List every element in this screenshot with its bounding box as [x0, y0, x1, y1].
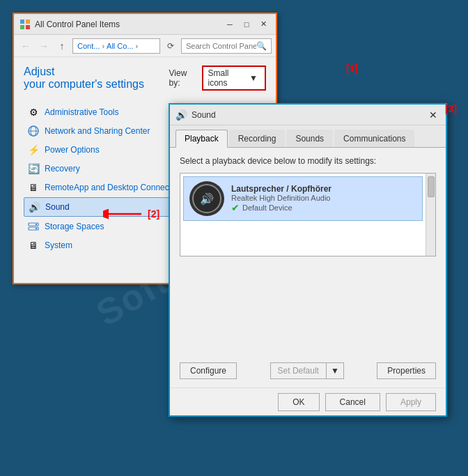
scrollbar-thumb[interactable] — [428, 176, 435, 197]
sound-dialog-icon: 🔊 — [176, 109, 187, 121]
refresh-button[interactable]: ⟳ — [163, 38, 178, 54]
power-icon: ⚡ — [26, 143, 40, 157]
system-icon: 🖥 — [26, 238, 40, 252]
device-item-speakers[interactable]: 🔊 Lautsprecher / Kopfhörer Realtek High … — [183, 176, 423, 221]
ok-button[interactable]: OK — [278, 393, 319, 411]
dialog-close-button[interactable]: ✕ — [426, 109, 440, 121]
nav-bar: ← → ↑ Cont... › All Co... › ⟳ 🔍 — [14, 35, 276, 57]
storage-label: Storage Spaces — [45, 222, 104, 231]
dialog-title: Sound — [192, 110, 426, 120]
device-list[interactable]: 🔊 Lautsprecher / Kopfhörer Realtek High … — [180, 173, 436, 256]
heading-computer: computer's — [49, 78, 103, 90]
address-part1[interactable]: Cont... — [77, 42, 100, 50]
svg-rect-0 — [20, 20, 24, 24]
admin-tools-label: Administrative Tools — [45, 107, 119, 117]
device-status: ✔ Default Device — [231, 202, 416, 213]
set-default-dropdown[interactable]: ▼ — [326, 362, 344, 379]
cancel-button[interactable]: Cancel — [325, 393, 380, 411]
maximize-button[interactable]: □ — [240, 18, 254, 31]
svg-point-8 — [36, 224, 37, 225]
view-dropdown[interactable]: Small icons ▼ — [202, 66, 266, 91]
dialog-footer: OK Cancel Apply — [170, 387, 446, 415]
cp-window-icon — [20, 19, 31, 30]
dialog-body: Select a playback device below to modify… — [170, 148, 446, 265]
storage-icon — [26, 220, 40, 233]
annotation-1: [1] — [346, 63, 358, 74]
system-label: System — [45, 240, 72, 250]
remoteapp-label: RemoteApp and Desktop Connecti... — [45, 183, 180, 192]
view-by-bar: View by: Small icons ▼ — [169, 66, 266, 91]
dialog-tabs: Playback Recording Sounds Communications — [170, 125, 446, 148]
device-scrollbar[interactable] — [426, 174, 435, 256]
svg-point-10 — [36, 228, 37, 229]
tab-communications[interactable]: Communications — [334, 130, 414, 147]
device-driver: Realtek High Definition Audio — [231, 194, 416, 202]
set-default-button[interactable]: Set Default — [270, 362, 326, 379]
view-option-text: Small icons — [208, 68, 247, 88]
cp-titlebar: All Control Panel Items ─ □ ✕ — [14, 14, 276, 35]
speaker-device-icon: 🔊 — [189, 181, 224, 216]
speaker-unicode: 🔊 — [200, 192, 214, 206]
apply-button[interactable]: Apply — [386, 393, 436, 411]
view-by-label: View by: — [169, 68, 198, 88]
search-icon: 🔍 — [256, 41, 267, 51]
search-bar[interactable]: 🔍 — [181, 38, 272, 54]
tab-sounds[interactable]: Sounds — [286, 130, 333, 147]
device-status-text: Default Device — [242, 204, 292, 212]
dialog-titlebar: 🔊 Sound ✕ — [170, 105, 446, 125]
close-button[interactable]: ✕ — [256, 18, 270, 31]
svg-rect-3 — [26, 25, 30, 29]
power-label: Power Options — [45, 145, 100, 155]
recovery-icon: 🔄 — [26, 162, 40, 176]
network-label: Network and Sharing Center — [45, 126, 150, 136]
address-bar[interactable]: Cont... › All Co... › — [72, 38, 160, 54]
sound-icon: 🔊 — [27, 200, 41, 214]
admin-tools-icon: ⚙ — [26, 105, 40, 119]
speaker-ring: 🔊 — [192, 184, 221, 213]
tab-recording[interactable]: Recording — [229, 130, 286, 147]
network-icon — [26, 124, 40, 138]
search-input[interactable] — [186, 42, 256, 50]
set-default-group: Set Default ▼ — [270, 362, 344, 379]
device-info: Lautsprecher / Kopfhörer Realtek High De… — [231, 184, 416, 213]
cp-heading: Adjust your computer's settings — [24, 66, 169, 91]
cp-window-controls: ─ □ ✕ — [223, 18, 270, 31]
remoteapp-icon: 🖥 — [26, 181, 40, 194]
configure-button[interactable]: Configure — [180, 362, 237, 379]
sound-label: Sound — [45, 202, 70, 212]
minimize-button[interactable]: ─ — [223, 18, 237, 31]
properties-button[interactable]: Properties — [377, 362, 436, 379]
green-check-icon: ✔ — [231, 202, 240, 213]
svg-rect-2 — [20, 25, 24, 29]
dropdown-arrow-icon: ▼ — [249, 73, 258, 83]
dialog-config-row: Configure Set Default ▼ Properties — [170, 357, 446, 385]
recovery-label: Recovery — [45, 164, 80, 174]
up-button[interactable]: ↑ — [54, 38, 70, 54]
forward-button[interactable]: → — [36, 38, 52, 54]
tab-playback[interactable]: Playback — [176, 130, 228, 148]
device-name: Lautsprecher / Kopfhörer — [231, 184, 416, 194]
dialog-instruction: Select a playback device below to modify… — [180, 156, 436, 166]
back-button[interactable]: ← — [18, 38, 33, 54]
heading-settings: settings — [106, 78, 144, 90]
sound-dialog: 🔊 Sound ✕ Playback Recording Sounds Comm… — [169, 103, 447, 417]
address-part2[interactable]: All Co... — [107, 42, 134, 50]
cp-window-title: All Control Panel Items — [35, 20, 223, 29]
svg-rect-1 — [26, 20, 30, 24]
